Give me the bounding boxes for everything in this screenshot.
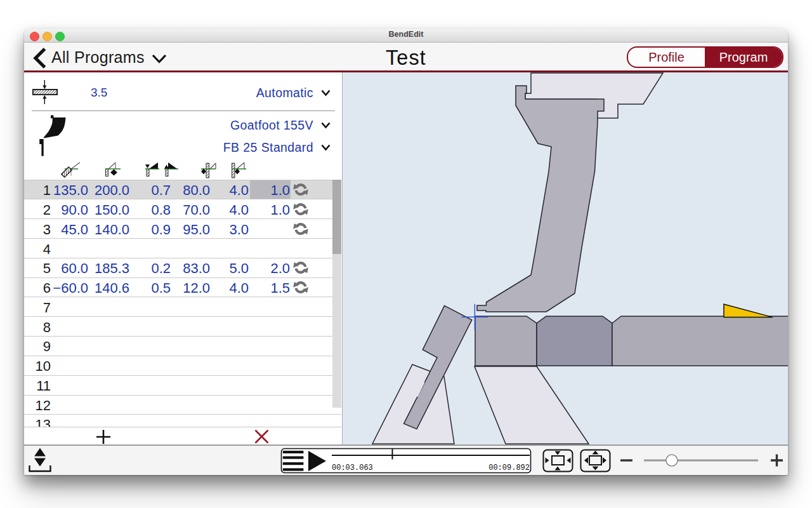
- svg-text:00:03.063: 00:03.063: [332, 464, 373, 472]
- svg-text:00:09.892: 00:09.892: [488, 464, 530, 472]
